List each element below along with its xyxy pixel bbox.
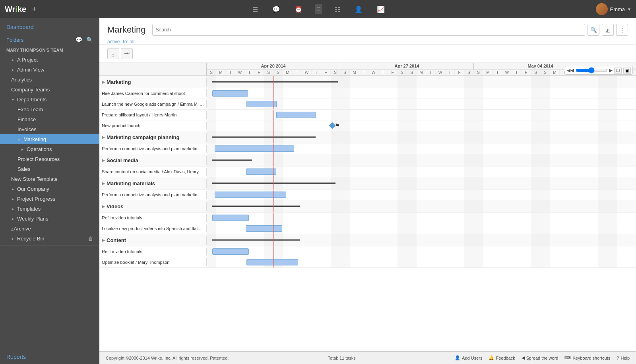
add-button[interactable]: + <box>32 5 37 14</box>
fit-button[interactable]: ❐ <box>614 68 622 74</box>
zoom-in-button[interactable]: ▶ <box>609 68 613 73</box>
sidebar-item-recycle-bin[interactable]: ► Recycle Bin 🗑 <box>0 234 99 244</box>
sidebar-item-our-company[interactable]: ► Our Company <box>0 184 99 194</box>
gantt-group-row[interactable]: ▶Marketing <box>99 76 636 88</box>
gantt-bar[interactable] <box>246 101 277 107</box>
expand-icon[interactable]: ▶ <box>102 80 105 84</box>
sidebar-item-label: Sales <box>17 166 31 172</box>
sidebar-item-marketing[interactable]: ► Marketing <box>0 134 99 144</box>
gantt-task-row[interactable]: Launch the new Google ads campaign / Emm… <box>99 99 636 110</box>
search-input[interactable] <box>152 24 585 36</box>
gantt-group-row[interactable]: ▶Social media <box>99 154 636 167</box>
folders-label[interactable]: Folders <box>6 37 23 43</box>
gantt-task-row[interactable]: Share content on social media / Alex Dav… <box>99 167 636 177</box>
search-icon[interactable]: 🔍 <box>86 37 93 43</box>
sidebar-item-finance[interactable]: Finance <box>0 114 99 124</box>
sidebar-item-project-progress[interactable]: ► Project Progress <box>0 194 99 204</box>
row-label-text: Localize new product videos into Spanish… <box>102 226 204 231</box>
gantt-bar[interactable] <box>212 248 249 255</box>
gantt-bar[interactable] <box>215 145 294 152</box>
weekend-shade <box>407 200 417 212</box>
gantt-day: M <box>283 70 293 76</box>
zoom-out-button[interactable]: ◀◀ <box>567 68 574 73</box>
expand-icon[interactable]: ▶ <box>102 181 105 186</box>
content-subtitle: active to: all <box>107 39 628 45</box>
status-badge[interactable]: active <box>107 39 120 45</box>
collapse-all-button[interactable]: ⭲ <box>121 48 133 59</box>
sidebar-item-company-teams[interactable]: Company Teams <box>0 85 99 95</box>
sidebar-item-new-store-template[interactable]: New Store Template <box>0 174 99 184</box>
gantt-task-row[interactable]: Localize new product videos into Spanish… <box>99 223 636 234</box>
weekend-shade <box>607 246 617 257</box>
grid-icon[interactable]: ☷ <box>333 4 342 15</box>
expand-icon[interactable]: ▶ <box>102 204 105 209</box>
sidebar-item-exec-team[interactable]: Exec Team <box>0 105 99 114</box>
gantt-task-row[interactable]: Hire James Cameron for commercial shoot <box>99 88 636 99</box>
timer-icon[interactable]: ⏰ <box>293 4 304 15</box>
gantt-bar[interactable] <box>246 225 282 232</box>
zoom-slider[interactable] <box>576 67 607 74</box>
gantt-bar[interactable] <box>212 90 248 97</box>
gantt-task-row[interactable]: Perform a competitive analysis and plan … <box>99 143 636 154</box>
sidebar-item-label: Project Progress <box>17 196 55 202</box>
gantt-task-row[interactable]: New product launch⚑ <box>99 120 636 131</box>
sidebar-item-a-project[interactable]: ► A Project <box>0 55 99 65</box>
expand-icon[interactable]: ▶ <box>102 135 105 139</box>
gantt-task-row[interactable]: Prepare billboard layout / Henry Martin <box>99 110 636 120</box>
gantt-task-row[interactable]: Perform a competitive analysis and plan … <box>99 190 636 200</box>
search-button[interactable]: 🔍 <box>588 24 599 36</box>
sidebar-item-project-resources[interactable]: Project Resources <box>0 154 99 164</box>
gantt-bar[interactable] <box>246 259 298 265</box>
sidebar-item-operations[interactable]: ► Operations <box>0 144 99 154</box>
gantt-day: F <box>388 70 398 76</box>
calendar-button[interactable]: ▣ <box>623 68 631 74</box>
row-content <box>207 213 636 223</box>
gantt-bar[interactable] <box>246 168 276 175</box>
expand-all-button[interactable]: ⭳ <box>107 48 119 59</box>
sidebar-item-templates[interactable]: ► Templates <box>0 204 99 214</box>
user-menu[interactable]: Emma ▼ <box>596 3 631 15</box>
sidebar-item-sales[interactable]: Sales <box>0 164 99 174</box>
sidebar-item-analytics[interactable]: Analytics <box>0 75 99 85</box>
expand-icon[interactable]: ▶ <box>102 238 105 242</box>
filter-button[interactable]: ◭ <box>602 24 614 36</box>
gantt-task-row[interactable]: Optimize booklet / Mary Thompson <box>99 257 636 268</box>
sidebar-item-zarchive[interactable]: zArchive <box>0 224 99 234</box>
sidebar-item-reports[interactable]: Reports <box>0 350 99 364</box>
weekend-shade <box>340 190 350 200</box>
gantt-group-row[interactable]: ▶Marketing materials <box>99 177 636 190</box>
gantt-day: W <box>369 70 378 76</box>
feedback-button[interactable]: 🔔 Feedback <box>489 355 515 360</box>
expand-icon[interactable]: ▶ <box>102 158 105 163</box>
add-users-button[interactable]: 👤 Add Users <box>455 355 482 360</box>
keyboard-shortcuts-button[interactable]: ⌨ Keyboard shortcuts <box>564 355 610 360</box>
spread-word-button[interactable]: ◀ Spread the word <box>522 355 558 360</box>
gantt-bar[interactable] <box>276 112 316 118</box>
help-button[interactable]: ? Help <box>617 356 630 360</box>
chevron-down-icon: ▼ <box>11 98 15 102</box>
sidebar-item-departments[interactable]: ▼ Departments <box>0 95 99 105</box>
more-button[interactable]: ⋮ <box>616 24 628 36</box>
sidebar-item-weekly-plans[interactable]: ► Weekly Plans <box>0 214 99 224</box>
gantt-group-row[interactable]: ▶Videos <box>99 200 636 213</box>
menu-icon[interactable]: ☰ <box>251 4 260 15</box>
gantt-bar[interactable] <box>215 192 286 198</box>
sidebar-item-admin-view[interactable]: ► Admin View <box>0 65 99 75</box>
to-label[interactable]: to: all <box>123 39 134 45</box>
gantt-task-row[interactable]: Refilm video tutorials <box>99 213 636 223</box>
gantt-bar[interactable] <box>212 215 249 221</box>
sidebar-item-invoices[interactable]: Invoices <box>0 124 99 134</box>
gantt-container[interactable]: Apr 20 2014SMTWTFSSMTWTFSApr 27 2014SMTW… <box>99 63 636 351</box>
list-icon[interactable]: ≡ <box>315 4 322 14</box>
weekend-shade <box>264 88 273 99</box>
gantt-group-row[interactable]: ▶Marketing campaign planning <box>99 131 636 143</box>
comment-icon[interactable]: 💬 <box>76 37 82 43</box>
chart-icon[interactable]: 📈 <box>375 4 386 15</box>
user-icon[interactable]: 👤 <box>353 4 364 15</box>
gantt-day: F <box>455 70 464 76</box>
gantt-group-row[interactable]: ▶Content <box>99 234 636 246</box>
chat-icon[interactable]: 💬 <box>271 4 282 15</box>
sidebar-item-dashboard[interactable]: Dashboard <box>0 18 99 34</box>
weekend-shade <box>273 88 283 99</box>
gantt-task-row[interactable]: Refilm video tutorials <box>99 246 636 257</box>
